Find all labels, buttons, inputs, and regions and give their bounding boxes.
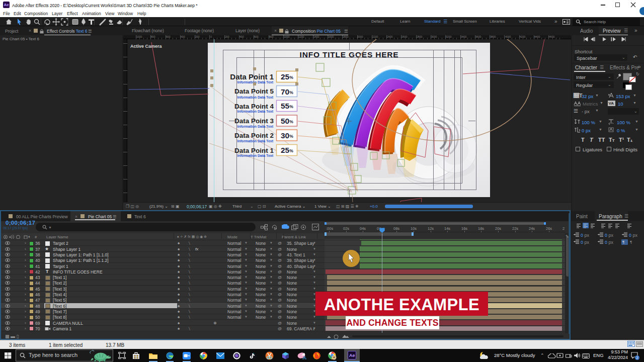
- svg-text:Information Data Text: Information Data Text: [237, 96, 274, 99]
- svg-text:Information Data Text: Information Data Text: [237, 125, 274, 128]
- svg-text:Data Point 3: Data Point 3: [234, 117, 274, 125]
- svg-text:Data Point 4: Data Point 4: [234, 103, 274, 110]
- svg-text:Information Data Text: Information Data Text: [237, 154, 274, 157]
- svg-text:Data Point 1: Data Point 1: [234, 147, 274, 154]
- svg-text:Data Point 2: Data Point 2: [234, 132, 274, 139]
- svg-text:Data Point 5: Data Point 5: [234, 87, 274, 95]
- svg-text:Information Data Text: Information Data Text: [237, 139, 274, 143]
- svg-text:Data Point 1: Data Point 1: [230, 72, 274, 81]
- svg-text:Information Data Text: Information Data Text: [237, 110, 274, 113]
